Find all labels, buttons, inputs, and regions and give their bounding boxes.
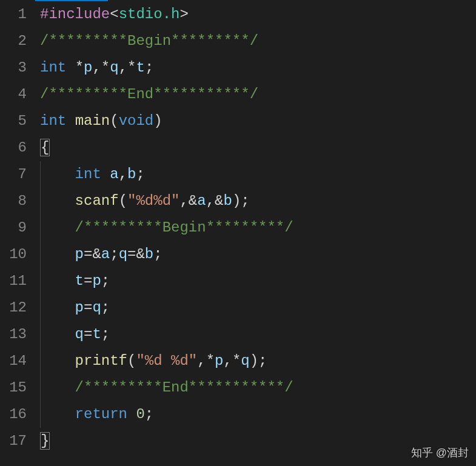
code-line[interactable]: 4/*********End***********/ [0,81,476,108]
code-line[interactable]: 10 p=&a;q=&b; [0,241,476,268]
code-line[interactable]: 5int main(void) [0,108,476,135]
line-number: 10 [0,241,40,268]
indent-guide [40,161,41,188]
indent-guide [40,241,41,268]
token: a [101,246,110,262]
code-line[interactable]: 11 t=p; [0,268,476,295]
indent-guide [40,374,41,401]
code-content[interactable]: return 0; [40,401,476,428]
token: * [127,59,136,76]
token: = [84,273,92,289]
code-line[interactable]: 14 printf("%d %d",*p,*q); [0,348,476,374]
indent [40,166,75,182]
code-line[interactable]: 17} [0,428,476,454]
indent [40,379,75,396]
token: ( [119,193,127,209]
token: & [215,193,223,209]
token: ; [110,246,118,262]
code-content[interactable]: /*********Begin*********/ [40,28,476,55]
token: = [84,299,92,316]
token: , [197,353,206,369]
token: "%d%d" [127,193,179,209]
code-line[interactable]: 6{ [0,135,476,161]
token: q [110,59,118,76]
token: p [92,273,101,289]
token: stdio.h [119,6,180,22]
token: = [84,326,92,342]
code-line[interactable]: 2/*********Begin*********/ [0,28,476,55]
token: ; [136,166,144,182]
token: , [206,193,215,209]
line-number: 9 [0,215,40,241]
indent-guide [40,268,41,295]
code-content[interactable]: t=p; [40,268,476,295]
code-line[interactable]: 9 /*********Begin*********/ [0,215,476,241]
code-content[interactable]: int *p,*q,*t; [40,55,476,81]
token: p [84,59,92,76]
code-content[interactable]: printf("%d %d",*p,*q); [40,348,476,374]
code-content[interactable]: q=t; [40,321,476,348]
token: q [75,326,84,342]
code-content[interactable]: /*********End***********/ [40,81,476,108]
token: b [223,193,232,209]
token: b [145,246,153,262]
code-line[interactable]: 3int *p,*q,*t; [0,55,476,81]
code-content[interactable]: { [40,135,476,161]
code-content[interactable]: scanf("%d%d",&a,&b); [40,188,476,215]
code-content[interactable]: p=q; [40,295,476,321]
code-content[interactable]: int a,b; [40,161,476,188]
token: int [40,113,66,129]
code-line[interactable]: 13 q=t; [0,321,476,348]
token: * [101,59,110,76]
token: * [232,353,241,369]
token: ; [101,326,110,342]
token: p [75,299,84,316]
token [127,406,136,422]
token: p [75,246,84,262]
code-content[interactable]: /*********End***********/ [40,374,476,401]
code-line[interactable]: 7 int a,b; [0,161,476,188]
token: void [119,113,154,129]
token: ; [145,59,153,76]
code-content[interactable]: p=&a;q=&b; [40,241,476,268]
code-content[interactable]: /*********Begin*********/ [40,215,476,241]
line-number: 17 [0,428,40,454]
token: /*********End***********/ [40,86,258,102]
code-content[interactable]: #include<stdio.h> [40,1,476,28]
token: ( [127,353,136,369]
token: return [75,406,127,422]
token: main [75,113,110,129]
token: t [75,273,84,289]
code-line[interactable]: 15 /*********End***********/ [0,374,476,401]
line-number: 15 [0,374,40,401]
code-editor[interactable]: 1#include<stdio.h>2/*********Begin******… [0,1,476,454]
token: #include [40,6,110,22]
line-number: 7 [0,161,40,188]
line-number: 6 [0,135,40,161]
token: < [110,6,118,22]
token: ) [153,113,162,129]
code-content[interactable]: int main(void) [40,108,476,135]
code-line[interactable]: 12 p=q; [0,295,476,321]
token: q [92,299,101,316]
indent [40,406,75,422]
line-number: 12 [0,295,40,321]
token: ; [101,299,110,316]
token: int [40,59,66,76]
token: /*********Begin*********/ [75,219,293,236]
token: , [92,59,101,76]
token: t [136,59,144,76]
token [66,59,75,76]
token: { [40,139,50,156]
code-line[interactable]: 16 return 0; [0,401,476,428]
token: q [119,246,127,262]
token: 0 [136,406,144,422]
code-line[interactable]: 1#include<stdio.h> [0,1,476,28]
token: , [119,166,127,182]
code-line[interactable]: 8 scanf("%d%d",&a,&b); [0,188,476,215]
token: , [179,193,188,209]
token: & [136,246,144,262]
token: /*********Begin*********/ [40,33,258,49]
token: ; [153,246,162,262]
indent [40,273,75,289]
